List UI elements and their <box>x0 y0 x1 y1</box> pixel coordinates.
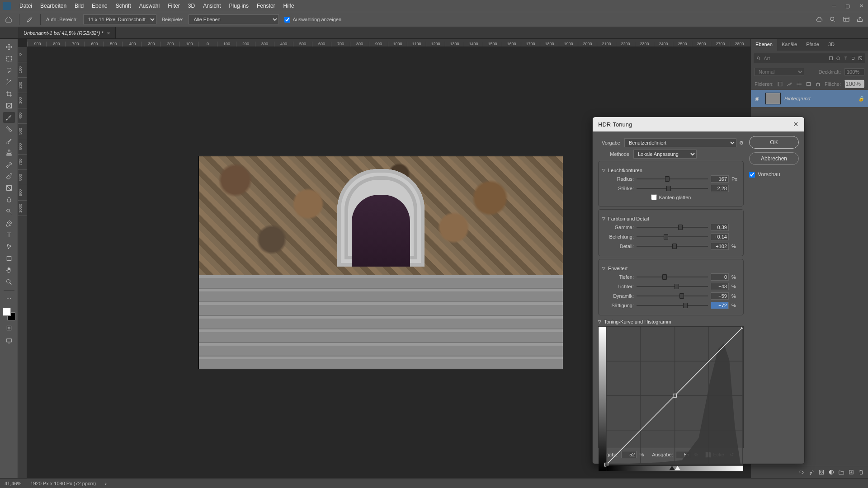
history-brush-tool-icon[interactable] <box>3 159 15 170</box>
marquee-tool-icon[interactable] <box>3 53 15 64</box>
gear-icon[interactable]: ⚙ <box>739 140 744 146</box>
menu-plugins[interactable]: Plug-ins <box>225 1 253 11</box>
gradient-tool-icon[interactable] <box>3 183 15 193</box>
filter-adjust-icon[interactable] <box>836 55 840 61</box>
shadows-value[interactable]: 0 <box>711 273 729 281</box>
saturation-slider[interactable] <box>637 302 708 309</box>
toning-curve[interactable] <box>598 326 744 448</box>
radius-slider[interactable] <box>637 176 708 182</box>
method-select[interactable]: Lokale Anpassung <box>633 150 697 159</box>
filter-image-icon[interactable] <box>829 55 833 61</box>
exposure-slider[interactable] <box>637 234 708 240</box>
frame-tool-icon[interactable] <box>3 100 15 111</box>
zoom-level[interactable]: 41,46% <box>5 481 21 486</box>
dialog-titlebar[interactable]: HDR-Tonung ✕ <box>593 117 804 131</box>
close-button[interactable]: ✕ <box>854 0 868 12</box>
smooth-edges-checkbox[interactable]: Kanten glätten <box>651 194 691 200</box>
section-tonedetail[interactable]: ▽Farbton und Detail <box>602 216 740 221</box>
layer-row-background[interactable]: ◉ Hintergrund 🔒 <box>751 90 868 107</box>
preview-checkbox[interactable]: Vorschau <box>749 171 799 178</box>
document-tab[interactable]: Unbenannt-1 bei 41,5% (RGB/32*) * × <box>18 27 116 38</box>
close-tab-icon[interactable]: × <box>107 30 110 36</box>
visibility-icon[interactable]: ◉ <box>755 96 762 102</box>
share-icon[interactable] <box>855 15 864 24</box>
gamma-value[interactable]: 0,39 <box>711 224 729 231</box>
lock-pixels-icon[interactable] <box>777 81 783 87</box>
menu-fenster[interactable]: Fenster <box>253 1 279 11</box>
preset-select[interactable]: Benutzerdefiniert <box>624 138 736 147</box>
wand-tool-icon[interactable] <box>3 77 15 88</box>
path-select-tool-icon[interactable] <box>3 241 15 252</box>
lock-all-icon[interactable] <box>815 81 821 87</box>
menu-ansicht[interactable]: Ansicht <box>199 1 225 11</box>
strength-slider[interactable] <box>637 185 708 192</box>
menu-datei[interactable]: Datei <box>15 1 36 11</box>
menu-ebene[interactable]: Ebene <box>88 1 112 11</box>
stamp-tool-icon[interactable] <box>3 147 15 158</box>
fill-input[interactable] <box>844 80 864 88</box>
shape-tool-icon[interactable] <box>3 253 15 264</box>
lasso-tool-icon[interactable] <box>3 65 15 76</box>
type-tool-icon[interactable] <box>3 230 15 240</box>
strength-value[interactable]: 2,28 <box>711 185 729 192</box>
quickmask-icon[interactable] <box>3 323 15 333</box>
canvas-image[interactable] <box>199 156 563 369</box>
menu-schrift[interactable]: Schrift <box>112 1 135 11</box>
lock-artboard-icon[interactable] <box>806 81 811 87</box>
tab-3d[interactable]: 3D <box>824 39 839 51</box>
detail-value[interactable]: +102 <box>711 243 729 250</box>
show-ring-checkbox[interactable]: Auswahlring anzeigen <box>284 17 341 23</box>
tab-pfade[interactable]: Pfade <box>802 39 824 51</box>
hdr-toning-dialog[interactable]: HDR-Tonung ✕ Vorgabe: Benutzerdefiniert … <box>592 117 805 464</box>
eraser-tool-icon[interactable] <box>3 171 15 182</box>
blur-tool-icon[interactable] <box>3 194 15 205</box>
vibrance-slider[interactable] <box>637 293 708 299</box>
doc-info[interactable]: 1920 Px x 1080 Px (72 ppcm) <box>30 481 96 486</box>
smooth-edges-input[interactable] <box>651 194 657 200</box>
lock-paint-icon[interactable] <box>787 81 793 87</box>
group-icon[interactable] <box>838 469 844 475</box>
fx-icon[interactable] <box>808 469 815 475</box>
mask-icon[interactable] <box>818 469 825 475</box>
cloud-icon[interactable] <box>815 15 824 24</box>
layer-thumbnail[interactable] <box>765 93 781 104</box>
lock-move-icon[interactable] <box>796 81 802 87</box>
screenmode-icon[interactable] <box>3 336 15 346</box>
adjustment-icon[interactable] <box>828 469 835 475</box>
menu-filter[interactable]: Filter <box>164 1 184 11</box>
vibrance-value[interactable]: +59 <box>711 292 729 300</box>
sample-type-select[interactable]: Alle Ebenen <box>189 14 279 24</box>
edit-toolbar-icon[interactable]: ⋯ <box>3 293 15 304</box>
opacity-input[interactable] <box>844 68 864 75</box>
maximize-button[interactable]: ▢ <box>841 0 854 12</box>
pen-tool-icon[interactable] <box>3 218 15 229</box>
heal-tool-icon[interactable] <box>3 124 15 135</box>
workspace-icon[interactable] <box>842 15 851 24</box>
eyedropper-tool-icon[interactable] <box>3 112 15 123</box>
menu-3d[interactable]: 3D <box>184 1 199 11</box>
blend-mode-select[interactable]: Normal <box>755 68 804 76</box>
brush-tool-icon[interactable] <box>3 136 15 146</box>
menu-bearbeiten[interactable]: Bearbeiten <box>36 1 71 11</box>
filter-type-icon[interactable] <box>844 55 848 61</box>
color-swatch[interactable] <box>3 308 15 320</box>
search-icon[interactable] <box>828 15 837 24</box>
shadows-slider[interactable] <box>637 274 708 280</box>
ok-button[interactable]: OK <box>749 136 799 149</box>
detail-slider[interactable] <box>637 243 708 249</box>
highlights-value[interactable]: +43 <box>711 283 729 290</box>
exposure-value[interactable]: +0,14 <box>711 233 729 240</box>
chevron-right-icon[interactable]: › <box>105 481 107 486</box>
menu-bild[interactable]: Bild <box>71 1 88 11</box>
highlights-slider[interactable] <box>637 283 708 290</box>
preview-input[interactable] <box>749 172 755 178</box>
tab-ebenen[interactable]: Ebenen <box>751 39 777 51</box>
radius-value[interactable]: 167 <box>711 175 729 183</box>
gamma-slider[interactable] <box>637 224 708 230</box>
minimize-button[interactable]: ─ <box>827 0 841 12</box>
show-ring-input[interactable] <box>284 17 290 23</box>
move-tool-icon[interactable] <box>3 42 15 52</box>
filter-smart-icon[interactable] <box>858 55 863 61</box>
crop-tool-icon[interactable] <box>3 89 15 99</box>
zoom-tool-icon[interactable] <box>3 277 15 287</box>
